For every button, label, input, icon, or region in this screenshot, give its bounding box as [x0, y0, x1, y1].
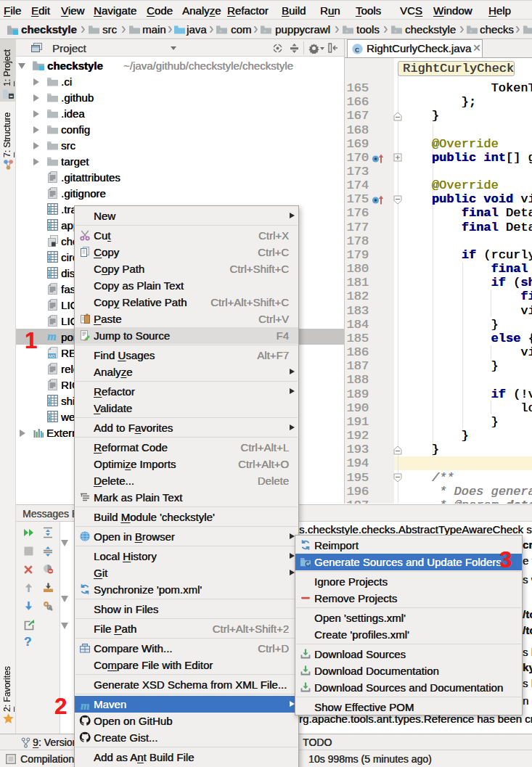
- svg-text:MD: MD: [49, 354, 56, 358]
- svg-text:c: c: [355, 45, 359, 54]
